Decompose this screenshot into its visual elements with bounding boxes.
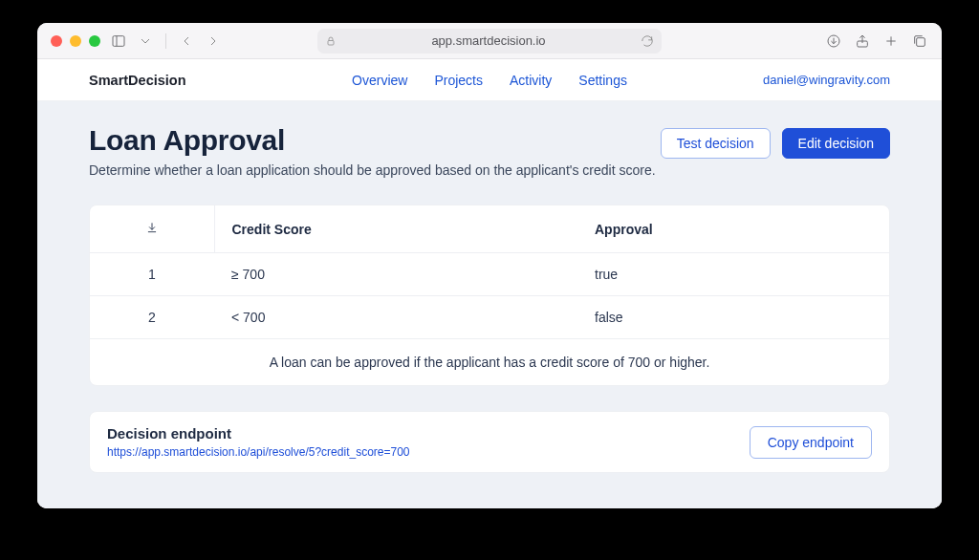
minimize-window-button[interactable]: [70, 35, 81, 47]
copy-endpoint-button[interactable]: Copy endpoint: [750, 426, 872, 459]
browser-chrome: app.smartdecision.io: [37, 23, 942, 59]
page-header-text: Loan Approval Determine whether a loan a…: [89, 124, 656, 178]
row-index: 2: [90, 296, 214, 339]
nav-overview[interactable]: Overview: [352, 73, 407, 88]
endpoint-url[interactable]: https://app.smartdecision.io/api/resolve…: [107, 445, 410, 459]
user-email[interactable]: daniel@wingravity.com: [763, 73, 890, 87]
nav-activity[interactable]: Activity: [510, 73, 552, 88]
chrome-left: [51, 32, 222, 50]
table-note: A loan can be approved if the applicant …: [90, 339, 889, 386]
row-index: 1: [90, 253, 214, 296]
table-row: 1 ≥ 700 true: [90, 253, 889, 296]
window-controls: [51, 35, 100, 47]
header-buttons: Test decision Edit decision: [661, 128, 890, 159]
browser-window: app.smartdecision.io SmartDecision: [37, 23, 942, 508]
svg-rect-8: [917, 37, 925, 46]
decision-table-card: Credit Score Approval 1 ≥ 700 true 2 < 7…: [89, 205, 890, 386]
nav-links: Overview Projects Activity Settings: [352, 73, 627, 88]
top-nav: SmartDecision Overview Projects Activity…: [37, 59, 942, 101]
new-tab-icon[interactable]: [882, 32, 900, 50]
chrome-separator: [165, 33, 166, 49]
address-bar[interactable]: app.smartdecision.io: [317, 29, 662, 54]
endpoint-title: Decision endpoint: [107, 425, 410, 442]
row-approval: false: [577, 296, 889, 339]
edit-decision-button[interactable]: Edit decision: [782, 128, 890, 159]
table-header-approval: Approval: [577, 205, 889, 253]
reload-icon[interactable]: [641, 34, 654, 48]
table-row: 2 < 700 false: [90, 296, 889, 339]
download-icon[interactable]: [825, 32, 842, 50]
sidebar-toggle-icon[interactable]: [110, 32, 127, 50]
tabs-icon[interactable]: [911, 32, 928, 50]
forward-button-icon[interactable]: [205, 32, 222, 50]
endpoint-info: Decision endpoint https://app.smartdecis…: [107, 425, 410, 459]
row-score: ≥ 700: [214, 253, 577, 296]
page-subtitle: Determine whether a loan application sho…: [89, 162, 656, 178]
row-score: < 700: [214, 296, 577, 339]
share-icon[interactable]: [854, 32, 871, 50]
content-area: Loan Approval Determine whether a loan a…: [37, 101, 942, 508]
address-url: app.smartdecision.io: [342, 33, 635, 48]
page-header: Loan Approval Determine whether a loan a…: [89, 124, 890, 178]
row-approval: true: [577, 253, 889, 296]
chevron-down-icon[interactable]: [137, 32, 154, 50]
endpoint-card: Decision endpoint https://app.smartdecis…: [89, 411, 890, 473]
table-header-credit-score: Credit Score: [214, 205, 577, 253]
chrome-right: [825, 32, 928, 50]
lock-icon: [325, 35, 337, 47]
close-window-button[interactable]: [51, 35, 62, 47]
table-note-row: A loan can be approved if the applicant …: [90, 339, 889, 386]
download-table-icon[interactable]: [145, 222, 159, 237]
test-decision-button[interactable]: Test decision: [661, 128, 771, 159]
decision-table: Credit Score Approval 1 ≥ 700 true 2 < 7…: [90, 205, 889, 385]
maximize-window-button[interactable]: [89, 35, 100, 47]
brand-logo[interactable]: SmartDecision: [89, 73, 186, 88]
app-root: SmartDecision Overview Projects Activity…: [37, 59, 942, 508]
svg-rect-2: [328, 40, 334, 45]
page-title: Loan Approval: [89, 124, 656, 157]
table-header-index: [90, 205, 214, 253]
svg-rect-0: [113, 35, 124, 46]
nav-settings[interactable]: Settings: [578, 73, 627, 88]
nav-projects[interactable]: Projects: [434, 73, 483, 88]
back-button-icon[interactable]: [178, 32, 195, 50]
